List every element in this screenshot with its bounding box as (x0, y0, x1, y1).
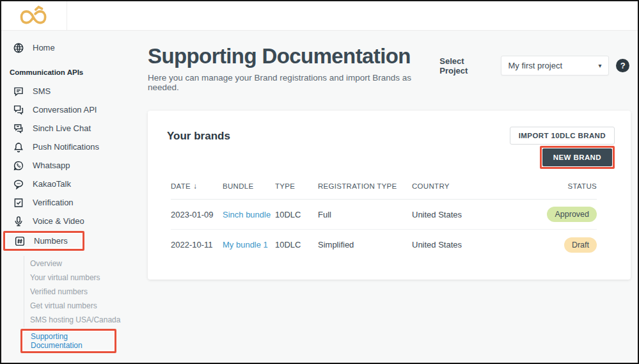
column-header-type[interactable]: TYPE (275, 182, 318, 190)
sidebar-item-kakaotalk[interactable]: KakaoTalk (1, 175, 146, 193)
cell-type: 10DLC (275, 210, 318, 219)
project-select[interactable]: My first project ▾ (501, 56, 610, 75)
column-header-date[interactable]: DATE↓ (171, 182, 223, 191)
microphone-icon (12, 215, 24, 227)
cell-registration-type: Full (318, 210, 412, 219)
bell-icon (12, 141, 24, 153)
annotation-box-numbers: Numbers (3, 231, 84, 251)
chevron-down-icon: ▾ (598, 62, 601, 69)
app-window: Home Communication APIs SMS Conversation… (0, 0, 639, 364)
cell-type: 10DLC (275, 240, 318, 249)
column-header-registration-type[interactable]: REGISTRATION TYPE (318, 182, 412, 190)
select-project-label: Select Project (439, 56, 493, 75)
page-subtitle: Here you can manage your Brand registrat… (148, 73, 439, 92)
column-header-bundle[interactable]: BUNDLE (223, 182, 275, 190)
page-title: Supporting Documentation (148, 44, 439, 68)
sidebar-item-label: Whatsapp (33, 161, 70, 170)
topbar (1, 1, 638, 31)
table-row: 2022-10-11 My bundle 1 10DLC Simplified … (171, 230, 597, 260)
live-chat-icon (12, 122, 24, 134)
sinch-logo-icon (17, 4, 51, 28)
import-10dlc-brand-button[interactable]: IMPORT 10DLC BRAND (510, 127, 615, 145)
sidebar-subitem-verified-numbers[interactable]: Verified numbers (24, 285, 146, 299)
card-title: Your brands (167, 130, 230, 169)
hash-icon (13, 235, 26, 247)
column-header-status[interactable]: STATUS (568, 182, 597, 190)
sidebar-item-label: KakaoTalk (33, 179, 71, 189)
sidebar-item-label: Numbers (34, 236, 68, 246)
cell-country: United States (412, 210, 547, 219)
cell-bundle-link[interactable]: Sinch bundle (223, 210, 275, 219)
sidebar-item-label: SMS (33, 86, 51, 96)
brands-table: DATE↓ BUNDLE TYPE REGISTRATION TYPE COUN… (171, 182, 597, 260)
logo-box[interactable] (1, 1, 67, 30)
sidebar-subitem-supporting-documentation[interactable]: Supporting Documentation (22, 331, 114, 351)
numbers-submenu: Overview Your virtual numbers Verified n… (24, 256, 146, 353)
status-badge: Draft (564, 237, 597, 253)
sidebar-item-whatsapp[interactable]: Whatsapp (1, 156, 146, 175)
annotation-box-new-brand: NEW BRAND (540, 146, 615, 169)
sidebar-item-sms[interactable]: SMS (1, 82, 146, 100)
sidebar-item-conversation-api[interactable]: Conversation API (1, 100, 146, 119)
sidebar-subitem-overview[interactable]: Overview (24, 257, 146, 271)
whatsapp-icon (12, 159, 24, 171)
annotation-box-supporting-documentation: Supporting Documentation (20, 329, 116, 353)
cell-date: 2023-01-09 (171, 210, 223, 219)
sidebar-item-voice-video[interactable]: Voice & Video (1, 212, 146, 230)
new-brand-button[interactable]: NEW BRAND (542, 148, 612, 166)
sidebar-item-label: Voice & Video (33, 216, 84, 226)
sidebar: Home Communication APIs SMS Conversation… (1, 31, 146, 364)
sidebar-item-push-notifications[interactable]: Push Notifications (1, 138, 146, 156)
sidebar-item-label: Home (33, 43, 55, 52)
cell-registration-type: Simplified (318, 240, 412, 249)
sidebar-subitem-sms-hosting[interactable]: SMS hosting USA/Canada (24, 313, 146, 327)
kakaotalk-icon (12, 178, 24, 190)
conversation-bubbles-icon (12, 104, 24, 116)
brands-table-header-row: DATE↓ BUNDLE TYPE REGISTRATION TYPE COUN… (171, 182, 597, 200)
verification-check-icon (12, 196, 24, 209)
sidebar-item-numbers[interactable]: Numbers (5, 233, 83, 249)
main-content: Supporting Documentation Here you can ma… (146, 31, 638, 364)
sort-descending-icon: ↓ (193, 182, 197, 191)
sidebar-item-label: Conversation API (33, 105, 97, 115)
cell-date: 2022-10-11 (171, 240, 223, 249)
help-icon[interactable]: ? (616, 59, 629, 72)
sidebar-subitem-your-virtual-numbers[interactable]: Your virtual numbers (24, 271, 146, 285)
sidebar-item-label: Sinch Live Chat (33, 123, 91, 133)
column-header-country[interactable]: COUNTRY (412, 182, 568, 190)
sidebar-item-label: Push Notifications (33, 142, 99, 152)
project-select-value: My first project (509, 61, 563, 70)
globe-icon (12, 42, 24, 54)
sidebar-item-sinch-live-chat[interactable]: Sinch Live Chat (1, 119, 146, 138)
sms-bubble-icon (12, 85, 24, 97)
sidebar-item-verification[interactable]: Verification (1, 193, 146, 212)
table-row: 2023-01-09 Sinch bundle 10DLC Full Unite… (171, 200, 597, 230)
sidebar-item-label: Verification (33, 198, 74, 207)
sidebar-subitem-get-virtual-numbers[interactable]: Get virtual numbers (24, 299, 146, 313)
cell-bundle-link[interactable]: My bundle 1 (223, 240, 275, 249)
cell-country: United States (412, 240, 564, 249)
your-brands-card: Your brands IMPORT 10DLC BRAND NEW BRAND… (148, 111, 631, 280)
sidebar-section-label: Communication APIs (1, 61, 146, 82)
sidebar-item-home[interactable]: Home (1, 38, 146, 57)
status-badge: Approved (547, 207, 597, 222)
